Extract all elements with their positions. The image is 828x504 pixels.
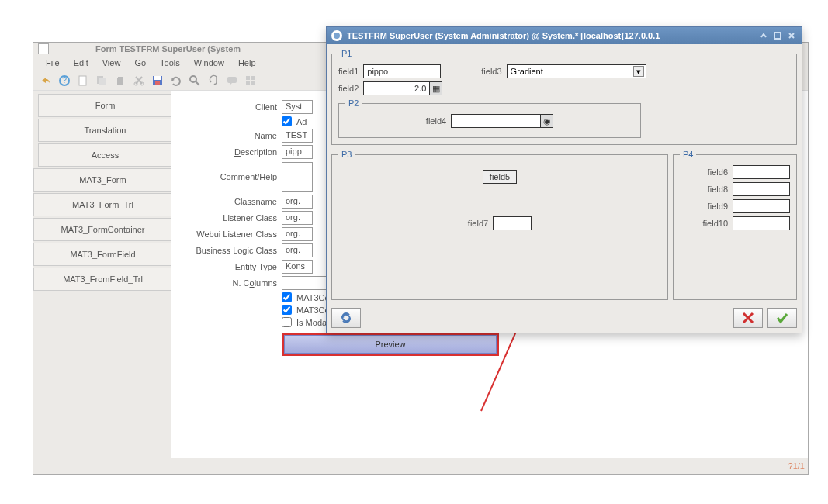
calculator-icon[interactable]: ▦ bbox=[430, 81, 442, 95]
grid-icon[interactable] bbox=[244, 74, 257, 87]
listener-field[interactable]: org. bbox=[282, 211, 313, 225]
sidebar-tab-translation[interactable]: Translation bbox=[38, 119, 171, 142]
popup-window: TESTFRM SuperUser (System Administrator)… bbox=[326, 26, 802, 333]
field10-input[interactable] bbox=[733, 216, 790, 230]
webui-field[interactable]: org. bbox=[282, 227, 313, 241]
p4-legend: P4 bbox=[680, 150, 696, 159]
p1-legend: P1 bbox=[338, 49, 355, 58]
preview-button[interactable]: Preview bbox=[284, 335, 497, 354]
field9-label: field9 bbox=[691, 202, 728, 211]
ok-button[interactable] bbox=[767, 308, 797, 328]
chk-ismodal[interactable]: Is Modal bbox=[282, 317, 329, 327]
field3-label: field3 bbox=[481, 67, 501, 76]
active-checkbox[interactable]: Ad bbox=[282, 116, 307, 126]
classname-field[interactable]: org. bbox=[282, 195, 313, 209]
svg-rect-8 bbox=[154, 76, 161, 80]
name-label: Name bbox=[181, 131, 282, 140]
preview-button-highlight: Preview bbox=[282, 333, 499, 356]
svg-rect-20 bbox=[774, 33, 781, 39]
field2-input[interactable] bbox=[363, 81, 430, 95]
svg-rect-2 bbox=[79, 76, 86, 85]
menu-view[interactable]: View bbox=[96, 57, 127, 69]
refresh-button[interactable] bbox=[331, 308, 361, 328]
entity-label: Entity Type bbox=[181, 262, 282, 271]
menu-help[interactable]: Help bbox=[232, 57, 262, 69]
field6-label: field6 bbox=[691, 167, 728, 177]
webui-label: Webui Listener Class bbox=[181, 230, 282, 239]
svg-rect-13 bbox=[246, 76, 250, 80]
client-label: Client bbox=[181, 102, 282, 112]
field5-button[interactable]: field5 bbox=[483, 170, 517, 184]
svg-rect-9 bbox=[155, 81, 160, 85]
cancel-button[interactable] bbox=[733, 308, 763, 328]
copy-icon[interactable] bbox=[95, 74, 108, 87]
sidebar-tab-form[interactable]: Form bbox=[38, 94, 171, 117]
svg-rect-16 bbox=[251, 81, 255, 85]
popup-titlebar: TESTFRM SuperUser (System Administrator)… bbox=[327, 27, 802, 44]
chat-icon[interactable] bbox=[226, 74, 238, 87]
field4-input[interactable] bbox=[451, 114, 541, 128]
maximize-icon[interactable] bbox=[772, 30, 783, 41]
field2-label: field2 bbox=[338, 84, 359, 93]
field7-input[interactable] bbox=[493, 216, 532, 230]
comment-field[interactable] bbox=[282, 162, 313, 192]
field9-input[interactable] bbox=[733, 199, 790, 213]
desc-label: Description bbox=[181, 147, 282, 157]
entity-field[interactable]: Kons bbox=[282, 260, 313, 274]
status-text: ?1/1 bbox=[788, 461, 805, 471]
listener-label: Listener Class bbox=[181, 213, 282, 223]
sidebar: Form Translation Access MAT3_Form MAT3_F… bbox=[33, 91, 171, 458]
desc-field[interactable]: pipp bbox=[282, 145, 313, 159]
popup-body: P1 field1 field3 Gradient ▾ field2 ▦ P bbox=[327, 44, 802, 333]
popup-footer bbox=[331, 305, 797, 328]
search-icon[interactable] bbox=[189, 74, 201, 87]
panel-p4: P4 field6 field8 field9 field10 bbox=[673, 150, 797, 300]
undo-icon[interactable] bbox=[40, 74, 52, 87]
field4-label: field4 bbox=[426, 116, 446, 126]
menu-go[interactable]: Go bbox=[128, 57, 152, 69]
field10-label: field10 bbox=[691, 219, 728, 228]
menu-tools[interactable]: Tools bbox=[154, 57, 186, 69]
sidebar-tab-mat3formcontainer[interactable]: MAT3_FormContainer bbox=[33, 218, 171, 241]
menu-file[interactable]: File bbox=[40, 57, 66, 69]
cut-icon[interactable] bbox=[133, 74, 145, 87]
document-icon bbox=[38, 43, 49, 54]
field1-label: field1 bbox=[338, 67, 359, 76]
attach-icon[interactable] bbox=[207, 74, 220, 87]
svg-rect-14 bbox=[251, 76, 255, 80]
classname-label: Classname bbox=[181, 197, 282, 206]
sidebar-tab-access[interactable]: Access bbox=[38, 143, 171, 167]
delete-icon[interactable] bbox=[114, 74, 126, 87]
svg-point-19 bbox=[334, 33, 340, 39]
save-icon[interactable] bbox=[151, 74, 164, 87]
field6-input[interactable] bbox=[733, 165, 790, 179]
sidebar-tab-mat3fromfieldtrl[interactable]: MAT3_FromField_Trl bbox=[33, 268, 171, 291]
menu-edit[interactable]: Edit bbox=[68, 57, 95, 69]
svg-text:?: ? bbox=[62, 75, 67, 85]
biz-field[interactable]: org. bbox=[282, 243, 313, 257]
panel-p2: P2 field4 ◉ bbox=[338, 98, 641, 138]
field7-label: field7 bbox=[468, 219, 488, 228]
svg-line-11 bbox=[196, 81, 199, 85]
sidebar-tab-mat3form[interactable]: MAT3_Form bbox=[33, 168, 171, 192]
name-field[interactable]: TEST bbox=[282, 129, 313, 143]
lookup-icon[interactable]: ◉ bbox=[541, 114, 553, 128]
rollup-icon[interactable] bbox=[758, 30, 769, 41]
field1-input[interactable] bbox=[363, 64, 441, 78]
close-icon[interactable] bbox=[786, 30, 797, 41]
sidebar-tab-mat3formfield[interactable]: MAT3_FormField bbox=[33, 243, 171, 266]
popup-title: TESTFRM SuperUser (System Administrator)… bbox=[347, 31, 660, 40]
refresh-icon[interactable] bbox=[170, 74, 182, 87]
new-icon[interactable] bbox=[77, 74, 89, 87]
client-field[interactable]: Syst bbox=[282, 100, 313, 114]
svg-point-10 bbox=[190, 76, 196, 82]
ncols-label: N. Columns bbox=[181, 278, 282, 288]
panel-p1: P1 field1 field3 Gradient ▾ field2 ▦ P bbox=[331, 49, 797, 145]
field3-select[interactable]: Gradient ▾ bbox=[507, 64, 646, 78]
sidebar-tab-mat3formtrl[interactable]: MAT3_Form_Trl bbox=[33, 193, 171, 216]
help-icon[interactable]: ? bbox=[58, 74, 71, 87]
p3-legend: P3 bbox=[338, 150, 355, 159]
biz-label: Business Logic Class bbox=[181, 246, 282, 255]
menu-window[interactable]: Window bbox=[188, 57, 230, 69]
field8-input[interactable] bbox=[733, 182, 790, 196]
